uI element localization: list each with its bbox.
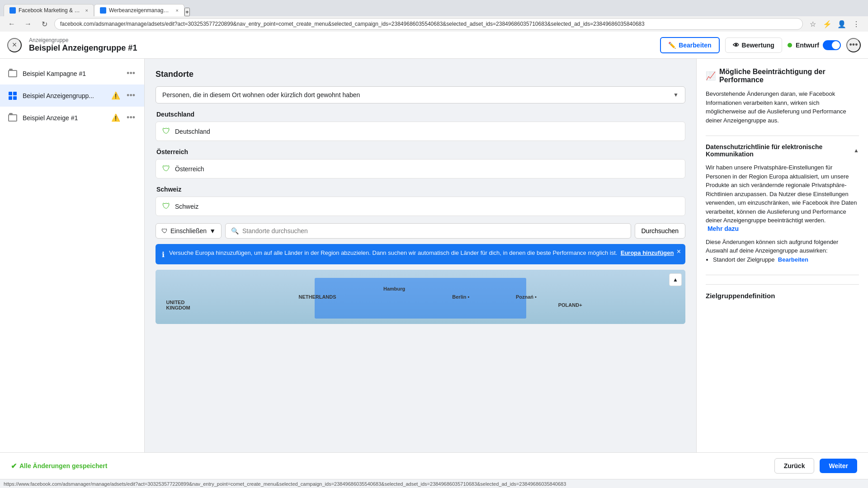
check-icon: ✔ (11, 462, 17, 470)
search-section: 🛡 Einschließen ▼ 🔍 Durchsuchen (156, 223, 685, 239)
browser-addressbar: ← → ↻ ☆ ⚡ 👤 ⋮ (0, 16, 868, 32)
header-actions: ✏️ Bearbeiten 👁 Bewertung Entwurf ••• (660, 37, 861, 53)
data-policy-title: Datenschutzrichtlinie für elektronische … (706, 143, 854, 158)
performance-icon: 📈 (706, 71, 716, 81)
list-item-0: Standort der Zielgruppe Bearbeiten (713, 255, 859, 264)
search-input[interactable] (242, 227, 625, 235)
sidebar-item-campaign[interactable]: Beispiel Kampagne #1 ••• (0, 62, 144, 84)
edit-button[interactable]: ✏️ Bearbeiten (660, 37, 719, 53)
map-label-hamburg: Hamburg (383, 286, 405, 291)
info-close-button[interactable]: × (677, 248, 681, 256)
map-label-netherlands: NETHERLANDS (298, 294, 336, 300)
new-tab-button[interactable]: + (184, 8, 190, 16)
reload-button[interactable]: ↻ (38, 18, 51, 30)
main-content: Standorte Personen, die in diesem Ort wo… (145, 59, 696, 452)
campaign-label: Beispiel Kampagne #1 (23, 70, 120, 77)
tab-1-icon (9, 7, 16, 14)
country-name-germany: Deutschland (175, 128, 210, 135)
data-policy-body: Wir haben unsere Privatsphäre-Einstellun… (706, 163, 859, 225)
more-options-button[interactable]: ••• (846, 38, 861, 52)
toggle-circle (832, 41, 840, 49)
status-toggle[interactable] (823, 40, 841, 50)
address-bar[interactable] (54, 18, 803, 30)
country-section-austria: Österreich 🛡 Österreich (156, 148, 685, 178)
preview-button[interactable]: 👁 Bewertung (725, 38, 782, 53)
header-supertitle: Anzeigengruppe (29, 37, 653, 43)
forward-button[interactable]: → (22, 18, 34, 30)
data-policy-section: Datenschutzrichtlinie für elektronische … (706, 143, 859, 264)
performance-text: Bevorstehende Änderungen daran, wie Face… (706, 89, 859, 125)
page-title: Beispiel Anzeigengruppe #1 (29, 43, 653, 53)
info-text: Versuche Europa hinzuzufügen, um auf all… (169, 249, 679, 256)
sidebar-item-adset[interactable]: Beispiel Anzeigengrupp... ⚠️ ••• (0, 84, 144, 107)
adset-label: Beispiel Anzeigengrupp... (23, 92, 107, 99)
tab-2-icon (100, 7, 106, 14)
dropdown-arrow-icon: ▼ (673, 92, 679, 98)
tab-1-close[interactable]: × (85, 8, 88, 13)
collapsible-header[interactable]: Datenschutzrichtlinie für elektronische … (706, 143, 859, 158)
status-url: https://www.facebook.com/adsmanager/mana… (4, 481, 566, 487)
back-button[interactable]: Zurück (774, 458, 815, 474)
status-label: Entwurf (796, 42, 819, 49)
panel-divider (706, 136, 859, 136)
browser-actions: ☆ ⚡ 👤 ⋮ (807, 18, 863, 30)
tab-1[interactable]: Facebook Marketing & Werb... × (4, 4, 94, 16)
country-name-switzerland: Schweiz (175, 203, 198, 210)
search-button[interactable]: Durchsuchen (635, 223, 686, 239)
preview-eye-icon: 👁 (733, 42, 739, 49)
close-button[interactable]: × (7, 38, 22, 52)
shield-icon-austria: 🛡 (162, 164, 170, 174)
info-icon: ℹ (162, 250, 165, 259)
location-dropdown[interactable]: Personen, die in diesem Ort wohnen oder … (156, 86, 685, 103)
right-panel: 📈 Mögliche Beeinträchtigung der Performa… (696, 59, 868, 452)
saved-indicator: ✔ Alle Änderungen gespeichert (11, 462, 769, 470)
location-dropdown-label: Personen, die in diesem Ort wohnen oder … (162, 91, 360, 99)
map-label-poland: POLAND+ (558, 302, 582, 308)
map-collapse-button[interactable]: ▲ (669, 273, 682, 286)
profile-button[interactable]: 👤 (835, 18, 848, 30)
status-dot (788, 43, 792, 47)
section-title: Standorte (156, 70, 685, 79)
country-item-germany: 🛡 Deutschland (156, 122, 685, 141)
mehr-dazu-link[interactable]: Mehr dazu (708, 225, 739, 232)
map-label-uk: UNITEDKINGDOM (166, 300, 190, 310)
bookmark-button[interactable]: ☆ (807, 18, 819, 30)
include-button[interactable]: 🛡 Einschließen ▼ (156, 223, 222, 239)
saved-label: Alle Änderungen gespeichert (19, 462, 107, 469)
performance-section: 📈 Mögliche Beeinträchtigung der Performa… (706, 68, 859, 125)
fb-header: × Anzeigengruppe Beispiel Anzeigengruppe… (0, 32, 868, 59)
tab-2-close[interactable]: × (176, 8, 179, 13)
collapse-icon: ▲ (854, 147, 859, 154)
map-label-berlin: Berlin • (452, 294, 469, 300)
ad-folder-icon (7, 113, 18, 123)
tab-2[interactable]: Werbeanzeigenmanager - Wer... × (94, 4, 184, 16)
map-highlight-region (315, 278, 527, 319)
include-dropdown-icon: ▼ (209, 227, 216, 235)
next-button[interactable]: Weiter (820, 459, 857, 473)
country-region-germany: Deutschland (156, 111, 685, 118)
status-bar: https://www.facebook.com/adsmanager/mana… (0, 479, 868, 488)
back-button[interactable]: ← (5, 18, 18, 30)
tab-1-label: Facebook Marketing & Werb... (19, 7, 81, 14)
ad-more-button[interactable]: ••• (125, 111, 137, 124)
country-section-switzerland: Schweiz 🛡 Schweiz (156, 186, 685, 216)
audience-section-title: Zielgruppendefinition (706, 284, 859, 300)
bottom-bar: ✔ Alle Änderungen gespeichert Zurück Wei… (0, 452, 868, 479)
panel-divider-2 (706, 275, 859, 275)
sidebar-item-ad[interactable]: Beispiel Anzeige #1 ⚠️ ••• (0, 107, 144, 129)
ad-warning-icon: ⚠️ (111, 113, 120, 122)
grid-icon (7, 90, 18, 101)
audience-section: Zielgruppendefinition (706, 284, 859, 300)
extensions-button[interactable]: ⚡ (821, 18, 834, 30)
bearbeiten-link[interactable]: Bearbeiten (778, 256, 808, 263)
adset-warning-icon: ⚠️ (111, 91, 120, 100)
shield-icon-switzerland: 🛡 (162, 202, 170, 211)
left-sidebar: Beispiel Kampagne #1 ••• Beispiel Anzeig… (0, 59, 145, 452)
country-section-germany: Deutschland 🛡 Deutschland (156, 111, 685, 141)
campaign-more-button[interactable]: ••• (125, 67, 137, 80)
country-name-austria: Österreich (175, 165, 204, 173)
data-policy-list: Standort der Zielgruppe Bearbeiten (706, 255, 859, 264)
info-link[interactable]: Europa hinzufügen (621, 249, 674, 256)
adset-more-button[interactable]: ••• (125, 89, 137, 102)
menu-button[interactable]: ⋮ (850, 18, 863, 30)
